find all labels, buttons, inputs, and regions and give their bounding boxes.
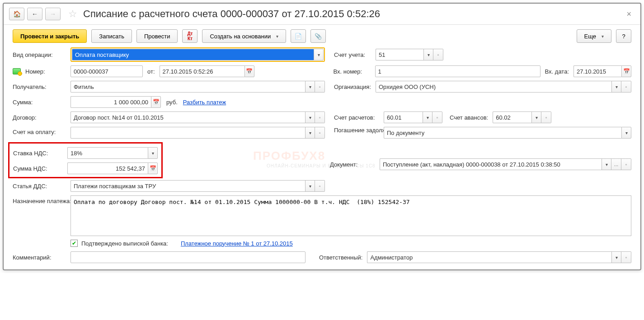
- responsible-dropdown[interactable]: ▾: [611, 251, 621, 263]
- posted-status-icon: [13, 68, 21, 74]
- account-open[interactable]: ▫: [433, 49, 443, 60]
- debt-repay-input[interactable]: По документу: [384, 127, 621, 139]
- contract-input[interactable]: Договор пост. №14 от 01.10.2015: [71, 111, 305, 123]
- contract-dropdown[interactable]: ▾: [305, 111, 315, 123]
- document-dropdown[interactable]: ▾: [602, 158, 611, 170]
- account-input[interactable]: 51: [376, 49, 423, 60]
- invoice-open[interactable]: ▫: [315, 127, 325, 139]
- save-button[interactable]: Записать: [91, 29, 132, 43]
- document-window: 🏠 ← → ☆ Списание с расчетного счета 0000…: [3, 3, 641, 270]
- post-and-close-button[interactable]: Провести и закрыть: [13, 29, 87, 43]
- organization-input[interactable]: Орхидея ООО (УСН): [376, 81, 611, 93]
- advance-acc-input[interactable]: 60.02: [493, 111, 531, 123]
- advance-acc-dropdown[interactable]: ▾: [531, 111, 541, 123]
- responsible-open[interactable]: ▫: [621, 251, 631, 263]
- from-label: от:: [143, 68, 160, 75]
- amount-input[interactable]: 1 000 000,00: [71, 96, 151, 108]
- dds-input[interactable]: Платежи поставщикам за ТРУ: [71, 180, 305, 192]
- window-title: Списание с расчетного счета 0000-000037 …: [83, 8, 623, 20]
- invoice-label: Счет на оплату:: [13, 127, 71, 135]
- vat-rate-dropdown[interactable]: ▾: [148, 147, 158, 159]
- amount-calc[interactable]: 📅: [151, 96, 161, 108]
- purpose-label: Назначение платежа:: [13, 195, 71, 205]
- create-based-button[interactable]: Создать на основании: [202, 29, 286, 43]
- form: Вид операции: Оплата поставщику ▾ Счет у…: [4, 47, 640, 269]
- vat-highlight-box: Ставка НДС: 18% ▾ Сумма НДС: 152 542,37 …: [8, 142, 163, 178]
- post-button[interactable]: Провести: [136, 29, 178, 43]
- advance-acc-label: Счет авансов:: [442, 114, 493, 121]
- payment-order-link[interactable]: Платежное поручение № 1 от 27.10.2015: [181, 240, 293, 247]
- debt-repay-label: Погашение задолженности:: [334, 127, 384, 134]
- number-input[interactable]: 0000-000037: [71, 65, 143, 77]
- organization-open[interactable]: ▫: [621, 81, 631, 93]
- settlement-acc-open[interactable]: ▫: [432, 111, 442, 123]
- toolbar: Провести и закрыть Записать Провести ДтК…: [4, 25, 640, 47]
- split-payment-link[interactable]: Разбить платеж: [183, 99, 226, 106]
- advance-acc-open[interactable]: ▫: [541, 111, 551, 123]
- in-date-input[interactable]: 27.10.2015: [573, 65, 621, 77]
- contract-label: Договор:: [13, 114, 71, 121]
- home-button[interactable]: 🏠: [9, 8, 24, 20]
- invoice-dropdown[interactable]: ▾: [305, 127, 315, 139]
- vat-sum-label: Сумма НДС:: [13, 165, 67, 172]
- recipient-dropdown[interactable]: ▾: [305, 81, 315, 93]
- in-date-label: Вх. дата:: [541, 68, 573, 75]
- close-button[interactable]: ×: [623, 9, 635, 19]
- settlement-acc-label: Счет расчетов:: [334, 114, 384, 121]
- operation-type-dropdown[interactable]: ▾: [314, 49, 324, 60]
- document-open[interactable]: ▫: [621, 158, 631, 170]
- vat-rate-input[interactable]: 18%: [67, 147, 148, 159]
- help-button[interactable]: ?: [616, 29, 631, 43]
- organization-dropdown[interactable]: ▾: [611, 81, 621, 93]
- dkt-button[interactable]: ДтКт: [182, 29, 197, 43]
- invoice-input[interactable]: [71, 127, 305, 139]
- account-label: Счет учета:: [334, 51, 376, 58]
- forward-button[interactable]: →: [45, 8, 61, 20]
- settlement-acc-dropdown[interactable]: ▾: [423, 111, 432, 123]
- operation-type-input[interactable]: Оплата поставщику: [72, 49, 314, 60]
- recipient-open[interactable]: ▫: [315, 81, 325, 93]
- vat-sum-input[interactable]: 152 542,37: [67, 162, 148, 174]
- report-icon-button[interactable]: 📄: [291, 29, 306, 43]
- vat-sum-calc[interactable]: 📅: [148, 162, 158, 174]
- responsible-input[interactable]: Администратор: [367, 251, 611, 263]
- responsible-label: Ответственный:: [306, 254, 367, 261]
- back-button[interactable]: ←: [27, 8, 42, 20]
- recipient-label: Получатель:: [13, 83, 71, 90]
- settlement-acc-input[interactable]: 60.01: [384, 111, 423, 123]
- date-input[interactable]: 27.10.2015 0:52:26: [160, 65, 244, 77]
- favorite-star-icon[interactable]: ☆: [66, 7, 80, 21]
- in-date-calendar[interactable]: 📅: [621, 65, 631, 77]
- in-number-label: Вх. номер:: [334, 68, 375, 75]
- purpose-textarea[interactable]: [71, 195, 631, 236]
- date-calendar[interactable]: 📅: [244, 65, 254, 77]
- attach-button[interactable]: 📎: [310, 29, 326, 43]
- recipient-input[interactable]: Фитиль: [71, 81, 305, 93]
- amount-label: Сумма:: [13, 99, 71, 106]
- comment-input[interactable]: [71, 251, 306, 263]
- operation-type-label: Вид операции:: [13, 51, 71, 58]
- document-input[interactable]: Поступление (акт, накладная) 0000-000038…: [380, 158, 602, 170]
- more-button[interactable]: Еще: [577, 29, 611, 43]
- organization-label: Организация:: [334, 83, 376, 90]
- titlebar: 🏠 ← → ☆ Списание с расчетного счета 0000…: [4, 4, 640, 25]
- dds-open[interactable]: ▫: [315, 180, 325, 192]
- document-more[interactable]: …: [611, 158, 621, 170]
- in-number-input[interactable]: 1: [375, 65, 541, 77]
- document-label: Документ:: [330, 161, 380, 168]
- confirmed-label: Подтверждено выпиской банка:: [81, 240, 172, 247]
- confirmed-checkbox[interactable]: ✔: [71, 240, 78, 247]
- dds-dropdown[interactable]: ▾: [305, 180, 315, 192]
- vat-rate-label: Ставка НДС:: [13, 150, 67, 157]
- dds-label: Статья ДДС:: [13, 183, 71, 190]
- account-dropdown[interactable]: ▾: [423, 49, 433, 60]
- contract-open[interactable]: ▫: [315, 111, 325, 123]
- comment-label: Комментарий:: [13, 254, 71, 261]
- debit-credit-icon: ДтКт: [187, 31, 193, 41]
- currency-label: руб.: [161, 99, 183, 106]
- debt-repay-dropdown[interactable]: ▾: [621, 127, 631, 139]
- number-label: Номер:: [25, 68, 71, 75]
